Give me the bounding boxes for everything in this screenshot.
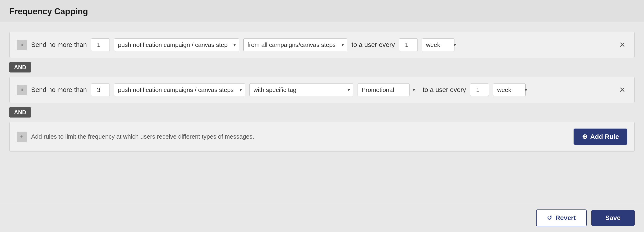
to-a-user-every-label-2: to a user every: [422, 86, 466, 94]
remove-rule-2-button[interactable]: ✕: [617, 85, 628, 94]
tag-select-2[interactable]: Promotional Transactional Newsletter: [358, 83, 410, 96]
save-button[interactable]: Save: [591, 210, 635, 226]
drag-handle-1[interactable]: ⠿: [16, 40, 27, 50]
period-count-input-2[interactable]: [470, 83, 489, 96]
remove-rule-1-button[interactable]: ✕: [617, 40, 628, 50]
send-no-more-than-label-2: Send no more than: [31, 86, 87, 94]
drag-handle-2[interactable]: ⠿: [16, 85, 27, 95]
period-wrapper-2: day week month: [493, 83, 530, 96]
source-select-2[interactable]: from all campaigns/canvas steps with spe…: [250, 83, 353, 96]
revert-icon: ↺: [547, 214, 552, 222]
message-type-wrapper-1: push notification campaign / canvas step…: [114, 39, 239, 51]
tag-wrapper-2: Promotional Transactional Newsletter: [358, 83, 418, 96]
page-header: Frequency Capping: [0, 0, 644, 22]
add-rule-placeholder-text: Add rules to limit the frequency at whic…: [31, 133, 254, 140]
period-select-2[interactable]: day week month: [493, 83, 526, 96]
and-badge-2: AND: [9, 103, 635, 122]
period-wrapper-1: day week month: [422, 39, 459, 51]
rule-row-2: ⠿ Send no more than push notification ca…: [9, 77, 635, 103]
revert-button-label: Revert: [555, 214, 576, 222]
footer: ↺ Revert Save: [0, 204, 644, 232]
source-wrapper-1: from all campaigns/canvas steps with spe…: [243, 39, 347, 51]
source-wrapper-2: from all campaigns/canvas steps with spe…: [250, 83, 353, 96]
to-a-user-every-label-1: to a user every: [352, 41, 395, 49]
count-input-1[interactable]: [91, 39, 110, 51]
add-icon-box: +: [16, 132, 27, 142]
message-type-select-2[interactable]: push notification campaign / canvas step…: [114, 83, 245, 96]
add-rule-row: + Add rules to limit the frequency at wh…: [9, 122, 635, 152]
add-rule-button-label: Add Rule: [590, 133, 619, 141]
rule-row-1: ⠿ Send no more than push notification ca…: [9, 32, 635, 58]
count-input-2[interactable]: [91, 83, 110, 96]
add-rule-button[interactable]: ⊕ Add Rule: [574, 129, 628, 145]
message-type-wrapper-2: push notification campaign / canvas step…: [114, 83, 245, 96]
period-select-1[interactable]: day week month: [422, 39, 454, 51]
page-title: Frequency Capping: [9, 7, 88, 16]
drag-dots-icon: ⠿: [20, 42, 24, 47]
and-badge-1: AND: [9, 58, 635, 77]
message-type-select-1[interactable]: push notification campaign / canvas step…: [114, 39, 239, 51]
plus-icon: +: [20, 133, 24, 141]
drag-dots-icon-2: ⠿: [20, 87, 24, 92]
send-no-more-than-label-1: Send no more than: [31, 41, 87, 49]
source-select-1[interactable]: from all campaigns/canvas steps with spe…: [243, 39, 347, 51]
period-count-input-1[interactable]: [399, 39, 418, 51]
frequency-capping-page: Frequency Capping ⠿ Send no more than pu…: [0, 0, 644, 232]
revert-button[interactable]: ↺ Revert: [536, 209, 586, 226]
add-rule-button-icon: ⊕: [582, 133, 587, 141]
content-area: ⠿ Send no more than push notification ca…: [0, 22, 644, 204]
